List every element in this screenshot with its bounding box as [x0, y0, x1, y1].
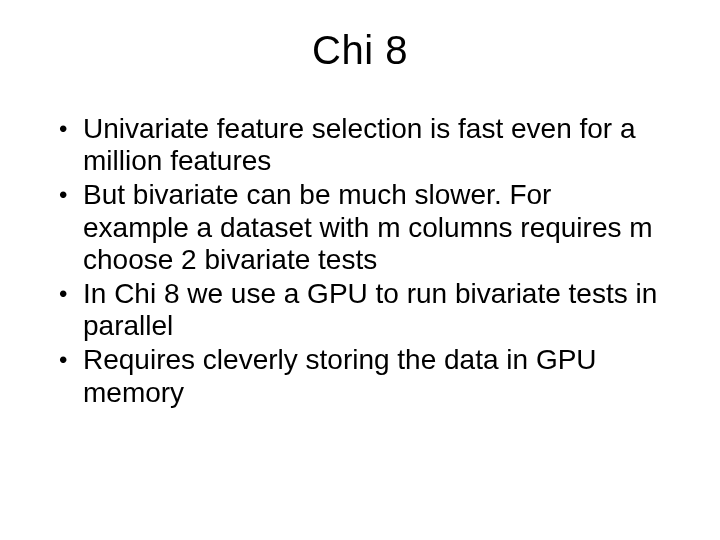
list-item: But bivariate can be much slower. For ex…	[55, 179, 665, 276]
bullet-list: Univariate feature selection is fast eve…	[55, 113, 665, 409]
list-item: Requires cleverly storing the data in GP…	[55, 344, 665, 408]
slide-title: Chi 8	[55, 28, 665, 73]
list-item: In Chi 8 we use a GPU to run bivariate t…	[55, 278, 665, 342]
slide: Chi 8 Univariate feature selection is fa…	[0, 0, 720, 540]
list-item: Univariate feature selection is fast eve…	[55, 113, 665, 177]
